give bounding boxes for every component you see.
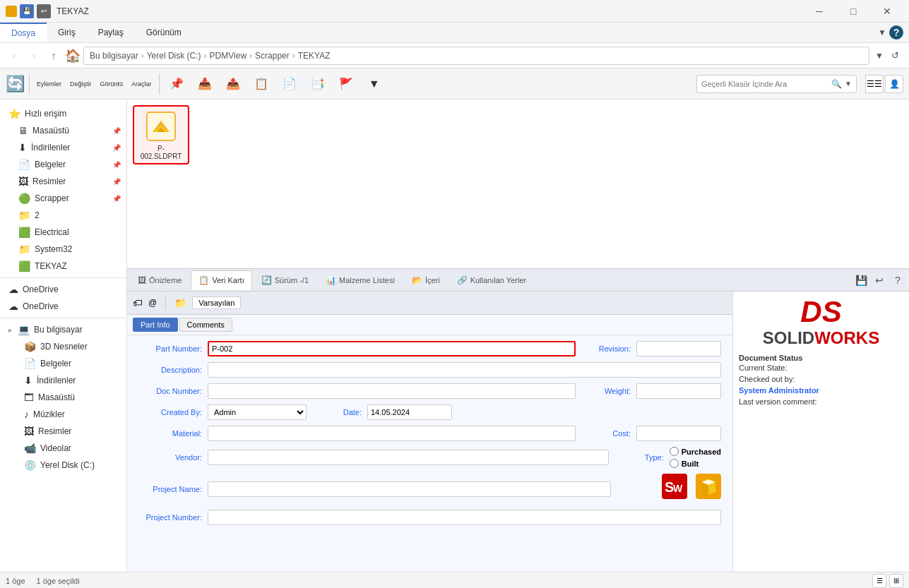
- sidebar-yereldisk[interactable]: 💿 Yerel Disk (C:): [0, 457, 126, 474]
- maximize-button[interactable]: □: [837, 0, 869, 23]
- created-by-select[interactable]: Admin: [208, 404, 307, 420]
- tab-veri-karti[interactable]: 📋 Veri Kartı: [191, 270, 251, 290]
- tag-icon[interactable]: 🏷: [133, 297, 143, 308]
- sidebar-belgeler[interactable]: 📄 Belgeler: [0, 355, 126, 372]
- toolbar-doc-btn[interactable]: 📄: [277, 71, 302, 97]
- tab-gorunum[interactable]: Görünüm: [135, 23, 193, 42]
- part-number-label: Part Number:: [138, 344, 202, 353]
- project-number-input[interactable]: [208, 510, 721, 525]
- project-name-input[interactable]: [208, 481, 611, 497]
- date-input[interactable]: [367, 404, 452, 420]
- tab-dosya[interactable]: Dosya: [0, 23, 47, 42]
- tab-onizleme[interactable]: 🖼 Önizleme: [130, 270, 189, 290]
- tab-part-info[interactable]: Part Info: [133, 318, 178, 332]
- part-number-input[interactable]: [208, 341, 576, 356]
- belgeler-icon: 📄: [24, 358, 36, 369]
- address-path[interactable]: Bu bilgisayar › Yerel Disk (C:) › PDMVie…: [83, 47, 869, 65]
- folder-2-icon: 📁: [18, 210, 30, 221]
- undo-icon[interactable]: ↩: [37, 4, 51, 18]
- type-purchased-label[interactable]: Purchased: [670, 447, 721, 456]
- list-view-btn[interactable]: ☰☰: [865, 75, 884, 93]
- toolbar-pin-btn[interactable]: 📌: [164, 71, 189, 97]
- close-button[interactable]: ✕: [871, 0, 903, 23]
- vendor-input[interactable]: [208, 450, 609, 465]
- file-item-p002[interactable]: P-002.SLDPRT: [133, 105, 189, 164]
- panel-help-btn[interactable]: ?: [889, 272, 906, 289]
- panel-undo-btn[interactable]: ↩: [871, 272, 888, 289]
- toolbar-pdm-icon[interactable]: 🔄: [6, 75, 25, 93]
- sidebar-item-tekyaz[interactable]: 🟩 TEKYAZ: [0, 258, 126, 275]
- search-dropdown-icon[interactable]: ▼: [845, 80, 852, 88]
- toolbar-doc2-btn[interactable]: 📑: [305, 71, 331, 97]
- cost-input[interactable]: [636, 426, 721, 441]
- sidebar-3d[interactable]: 📦 3D Nesneler: [0, 338, 126, 355]
- home-icon[interactable]: 🏠: [65, 48, 81, 64]
- sidebar-masaustu[interactable]: 🗔 Masaüstü: [0, 389, 126, 406]
- main-layout: ⭐ Hızlı erişim 🖥 Masaüstü 📌 ⬇ İndirilenl…: [0, 100, 909, 572]
- sidebar-item-desktop-quick[interactable]: 🖥 Masaüstü 📌: [0, 122, 126, 139]
- sidebar-videolar[interactable]: 📹 Videolar: [0, 440, 126, 457]
- doc-number-input[interactable]: [208, 383, 576, 399]
- tab-giris[interactable]: Giriş: [47, 23, 87, 42]
- save-icon[interactable]: 💾: [20, 4, 34, 18]
- box-icon[interactable]: [696, 474, 721, 504]
- toolbar-edit-btn[interactable]: Değiştir: [67, 71, 95, 97]
- sidebar-item-system32[interactable]: 📁 System32: [0, 241, 126, 258]
- search-input[interactable]: [701, 80, 828, 88]
- tab-malzeme[interactable]: 📊 Malzeme Listesi: [318, 270, 403, 290]
- sidebar-indirilenler[interactable]: ⬇ İndirilenler: [0, 372, 126, 389]
- ribbon-help-icon[interactable]: ?: [889, 25, 903, 40]
- detail-view-btn[interactable]: 👤: [885, 75, 903, 93]
- minimize-button[interactable]: ─: [803, 0, 836, 23]
- ribbon-chevron-down-icon[interactable]: ▼: [878, 28, 886, 37]
- tab-kullanilan[interactable]: 🔗 Kullanılan Yerler: [449, 270, 535, 290]
- tab-paylas[interactable]: Paylaş: [87, 23, 135, 42]
- toolbar-search-box[interactable]: 🔍 ▼: [696, 75, 857, 93]
- right-panel: DS SOLID WORKS Document Status Current S…: [732, 292, 909, 572]
- forward-button[interactable]: ›: [25, 47, 42, 64]
- form-row-createdby: Created By: Admin Date:: [138, 404, 721, 420]
- type-purchased-radio[interactable]: [670, 447, 679, 456]
- sw-button-icon[interactable]: S W: [662, 474, 687, 504]
- tab-comments[interactable]: Comments: [179, 318, 232, 332]
- toolbar-flag-btn[interactable]: 🚩: [333, 71, 359, 97]
- weight-input[interactable]: [636, 383, 721, 399]
- toolbar-sep-2: [159, 73, 160, 95]
- sidebar-muzikler[interactable]: ♪ Müzikler: [0, 406, 126, 423]
- up-button[interactable]: ↑: [45, 47, 62, 64]
- sidebar-resimler[interactable]: 🖼 Resimler: [0, 423, 126, 440]
- refresh-button[interactable]: ↺: [886, 47, 903, 64]
- revision-input[interactable]: [636, 341, 721, 356]
- tab-iceri[interactable]: 📂 İçeri: [404, 270, 448, 290]
- sidebar-onedrive-2[interactable]: ☁ OneDrive: [0, 298, 126, 315]
- toolbar-actions-btn[interactable]: Eylemler: [34, 71, 64, 97]
- toolbar-view-btn[interactable]: Görüntü: [97, 71, 126, 97]
- material-input[interactable]: [208, 426, 576, 441]
- status-list-view-btn[interactable]: ☰: [872, 574, 886, 588]
- sidebar-quick-access[interactable]: ⭐ Hızlı erişim: [0, 105, 126, 122]
- varsayilan-button[interactable]: Varsayılan: [192, 296, 241, 309]
- type-built-radio[interactable]: [670, 459, 679, 468]
- toolbar-share-btn[interactable]: 📋: [249, 71, 274, 97]
- sidebar-thispc[interactable]: ▸ 💻 Bu bilgisayar: [0, 321, 126, 338]
- sidebar-item-scrapper[interactable]: 🟢 Scrapper 📌: [0, 190, 126, 207]
- toolbar-dropdown-btn[interactable]: ▼: [362, 71, 387, 97]
- sidebar-item-images-quick[interactable]: 🖼 Resimler 📌: [0, 173, 126, 190]
- toolbar-checkout-btn[interactable]: 📤: [220, 71, 246, 97]
- addr-dropdown-icon[interactable]: ▼: [875, 51, 884, 61]
- sidebar-item-2[interactable]: 📁 2: [0, 207, 126, 224]
- status-detail-view-btn[interactable]: ⊞: [889, 574, 903, 588]
- sidebar-onedrive-1[interactable]: ☁ OneDrive: [0, 281, 126, 298]
- doc-status-title: Document Status: [739, 354, 903, 362]
- sidebar-item-docs-quick[interactable]: 📄 Belgeler 📌: [0, 156, 126, 173]
- toolbar-tools-btn[interactable]: Araçlar: [129, 71, 155, 97]
- sidebar-item-downloads-quick[interactable]: ⬇ İndirilenler 📌: [0, 139, 126, 156]
- panel-save-btn[interactable]: 💾: [852, 272, 869, 289]
- description-input[interactable]: [208, 362, 721, 378]
- sidebar-item-electrical[interactable]: 🟩 Electrical: [0, 224, 126, 241]
- toolbar-checkin-btn[interactable]: 📥: [192, 71, 218, 97]
- type-built-label[interactable]: Built: [670, 459, 721, 468]
- tab-surum[interactable]: 🔄 Sürüm -/1: [254, 270, 316, 290]
- at-icon[interactable]: @: [148, 298, 157, 308]
- back-button[interactable]: ‹: [6, 47, 23, 64]
